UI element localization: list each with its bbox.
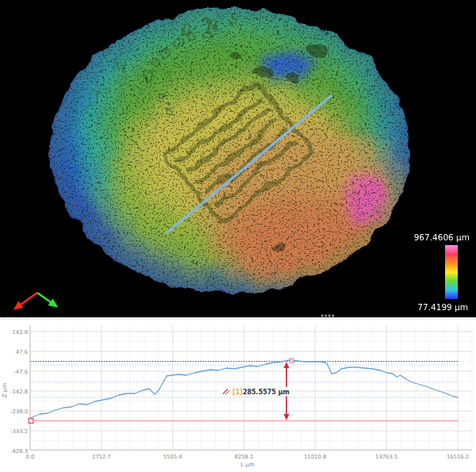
profile-start-marker[interactable] (29, 419, 33, 424)
y-tick-label: -333.2 (10, 428, 28, 435)
colorbar-min-label: 77.4199 μm (417, 302, 468, 312)
surface-3d-viewport: G H S E A 967.4606 μm 77.4199 μm (0, 0, 476, 317)
measurement-value: 285.5575 μm (243, 389, 290, 396)
measurement-annotation[interactable]: [1]285.5575 μm (219, 387, 290, 397)
colorbar-max-label: 967.4606 μm (414, 232, 470, 242)
profile-peak-marker[interactable] (290, 359, 294, 363)
colorbar-gradient (445, 245, 458, 299)
metrology-app-window: G H S E A 967.4606 μm 77.4199 μm (0, 0, 476, 472)
y-tick-label: -142.8 (10, 389, 28, 395)
y-tick-label: 47.6 (16, 349, 28, 355)
y-tick-label: -47.6 (13, 369, 28, 375)
x-tick-label: 0.0 (26, 454, 35, 460)
panel-divider (0, 317, 476, 320)
x-tick-label: 5505.4 (163, 454, 182, 460)
y-tick-label: -238.0 (10, 409, 28, 415)
x-tick-label: 16516.2 (447, 454, 469, 460)
x-tick-label: 2752.7 (92, 454, 111, 460)
x-tick-label: 8258.1 (235, 454, 254, 460)
x-tick-label: 11010.8 (304, 454, 326, 460)
x-axis-title: L μm (240, 462, 255, 468)
y-tick-label: 142.8 (13, 329, 28, 336)
profile-chart-panel: 142.847.6-47.6-142.8-238.0-333.2-428.30.… (0, 317, 476, 472)
measurement-index: [1] (232, 389, 243, 396)
x-tick-label: 13763.5 (375, 454, 397, 460)
y-axis-title: Z μm (2, 383, 8, 397)
measurement-label: [1]285.5575 μm (232, 389, 290, 396)
